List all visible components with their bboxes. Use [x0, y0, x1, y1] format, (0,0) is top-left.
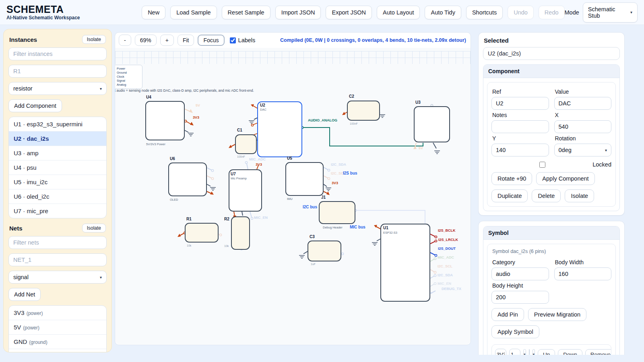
- sub-u4: 5V/3V3 Power: [146, 142, 165, 146]
- pin-net-input[interactable]: [529, 349, 530, 355]
- nets-isolate-button[interactable]: Isolate: [82, 224, 106, 232]
- auto-layout-button[interactable]: Auto Layout: [377, 6, 420, 19]
- undo-button[interactable]: Undo: [508, 6, 534, 19]
- new-net-input[interactable]: [8, 253, 107, 266]
- pin-side-select[interactable]: ▾: [523, 349, 526, 355]
- ref-u4: U4: [146, 95, 151, 99]
- value-input[interactable]: [554, 97, 612, 110]
- rotation-select[interactable]: 0deg ▾: [554, 144, 612, 156]
- ref-u2: U2: [260, 103, 265, 107]
- add-net-button[interactable]: Add Net: [8, 288, 41, 301]
- x-input[interactable]: [554, 120, 612, 133]
- rotate-90-button[interactable]: Rotate +90: [491, 172, 532, 185]
- legend-analog: Analog: [117, 83, 142, 87]
- delete-button[interactable]: Delete: [532, 189, 561, 202]
- export-json-button[interactable]: Export JSON: [326, 6, 372, 19]
- app-header: SCHEMETA AI-Native Schematic Workspace N…: [0, 0, 644, 25]
- mode-select[interactable]: Schematic Stub ▾: [583, 2, 638, 23]
- component-c3[interactable]: [308, 241, 341, 261]
- net-item-i2s-bclk[interactable]: I2S_BCLK(clock): [9, 349, 106, 352]
- labels-checkbox[interactable]: [230, 37, 236, 43]
- instance-item-u6[interactable]: U6 · oled_i2c: [9, 189, 106, 204]
- value-c1: 100nF: [237, 155, 245, 158]
- pin-label-debug-tx: DEBUG_TX: [442, 287, 461, 291]
- add-component-button[interactable]: Add Component: [8, 99, 62, 112]
- pin-name-input[interactable]: [495, 349, 506, 355]
- canvas-panel: - 69% + Fit Focus Labels Compiled (0E, 0…: [115, 32, 471, 345]
- focus-button[interactable]: Focus: [198, 35, 224, 46]
- auto-tidy-button[interactable]: Auto Tidy: [425, 6, 461, 19]
- ref-u1: U1: [383, 226, 388, 230]
- component-u5[interactable]: [285, 162, 324, 196]
- shortcuts-button[interactable]: Shortcuts: [466, 6, 503, 19]
- pin-type-select[interactable]: ▾: [533, 349, 535, 355]
- add-pin-button[interactable]: Add Pin: [491, 308, 524, 321]
- fit-button[interactable]: Fit: [178, 35, 194, 46]
- selected-value-input[interactable]: [483, 47, 620, 60]
- ref-r2: R2: [224, 217, 229, 221]
- pin-up-button[interactable]: Up: [538, 349, 555, 355]
- import-json-button[interactable]: Import JSON: [275, 6, 321, 19]
- pin-number-input[interactable]: [509, 349, 520, 355]
- component-j1[interactable]: [319, 201, 355, 224]
- notes-input[interactable]: [491, 120, 549, 133]
- instance-item-u4[interactable]: U4 · psu: [9, 160, 106, 175]
- component-c2[interactable]: [347, 101, 380, 121]
- value-c3: 1uF: [311, 263, 316, 265]
- apply-component-button[interactable]: Apply Component: [536, 172, 594, 185]
- app-title: SCHEMETA: [6, 4, 142, 14]
- chevron-down-icon: ▾: [630, 10, 632, 14]
- filter-nets-input[interactable]: [8, 236, 107, 249]
- schematic-viewport[interactable]: Power Ground Clock Signal Analog rt audi…: [115, 48, 471, 344]
- ref-u6: U6: [170, 156, 175, 161]
- component-u6[interactable]: [168, 162, 207, 196]
- selected-title: Selected: [484, 37, 619, 44]
- reset-sample-button[interactable]: Reset Sample: [222, 6, 270, 19]
- component-type-select[interactable]: resistor ▾: [8, 82, 107, 95]
- preview-migration-button[interactable]: Preview Migration: [528, 308, 586, 321]
- brand: SCHEMETA AI-Native Schematic Workspace: [6, 4, 142, 21]
- sub-u5: IMU: [287, 197, 293, 201]
- y-input[interactable]: [491, 144, 549, 156]
- zoom-in-button[interactable]: +: [160, 35, 174, 46]
- pin-list: ▾ ▾ Up Down Remove ▾ ▾: [491, 344, 611, 355]
- mode-value: Schematic Stub: [588, 6, 626, 19]
- new-ref-input[interactable]: [8, 65, 107, 78]
- net-label-i2c-bus: I2C bus: [296, 205, 317, 209]
- body-width-input[interactable]: [554, 267, 612, 280]
- filter-instances-input[interactable]: [8, 47, 107, 60]
- locked-checkbox[interactable]: [539, 162, 545, 168]
- net-item-gnd[interactable]: GND(ground): [9, 335, 106, 349]
- instance-item-u5[interactable]: U5 · imu_i2c: [9, 175, 106, 189]
- zoom-out-button[interactable]: -: [119, 35, 131, 46]
- redo-button[interactable]: Redo: [539, 6, 565, 19]
- instance-item-u3[interactable]: U3 · amp: [9, 146, 106, 160]
- pin-down-button[interactable]: Down: [558, 349, 582, 355]
- apply-symbol-button[interactable]: Apply Symbol: [491, 325, 539, 338]
- component-u1[interactable]: [380, 224, 430, 302]
- body-height-input[interactable]: [491, 291, 549, 304]
- component-r2[interactable]: [231, 216, 250, 250]
- net-item-5v[interactable]: 5V(power): [9, 320, 106, 335]
- instance-item-u2[interactable]: U2 · dac_i2s: [9, 132, 106, 146]
- duplicate-button[interactable]: Duplicate: [491, 189, 528, 202]
- new-button[interactable]: New: [142, 6, 165, 19]
- zoom-level-button[interactable]: 69%: [135, 35, 157, 46]
- instances-isolate-button[interactable]: Isolate: [82, 35, 106, 44]
- category-input[interactable]: [491, 267, 549, 280]
- ref-input[interactable]: [491, 97, 549, 110]
- component-u3[interactable]: [414, 106, 450, 142]
- load-sample-button[interactable]: Load Sample: [170, 6, 217, 19]
- instance-item-u1[interactable]: U1 · esp32_s3_supermini: [9, 117, 106, 132]
- pin-remove-button[interactable]: Remove: [585, 349, 611, 355]
- nets-title: Nets: [9, 225, 23, 232]
- net-type-select[interactable]: signal ▾: [8, 271, 107, 284]
- component-c1[interactable]: [235, 134, 257, 154]
- isolate-component-button[interactable]: Isolate: [565, 189, 594, 202]
- component-r1[interactable]: [185, 223, 219, 243]
- instance-item-u7[interactable]: U7 · mic_pre: [9, 204, 106, 218]
- chevron-down-icon: ▾: [100, 275, 102, 280]
- net-item-3v3[interactable]: 3V3(power): [9, 306, 106, 320]
- header-toolbar: New Load Sample Reset Sample Import JSON…: [142, 6, 564, 19]
- component-u4[interactable]: [145, 101, 185, 140]
